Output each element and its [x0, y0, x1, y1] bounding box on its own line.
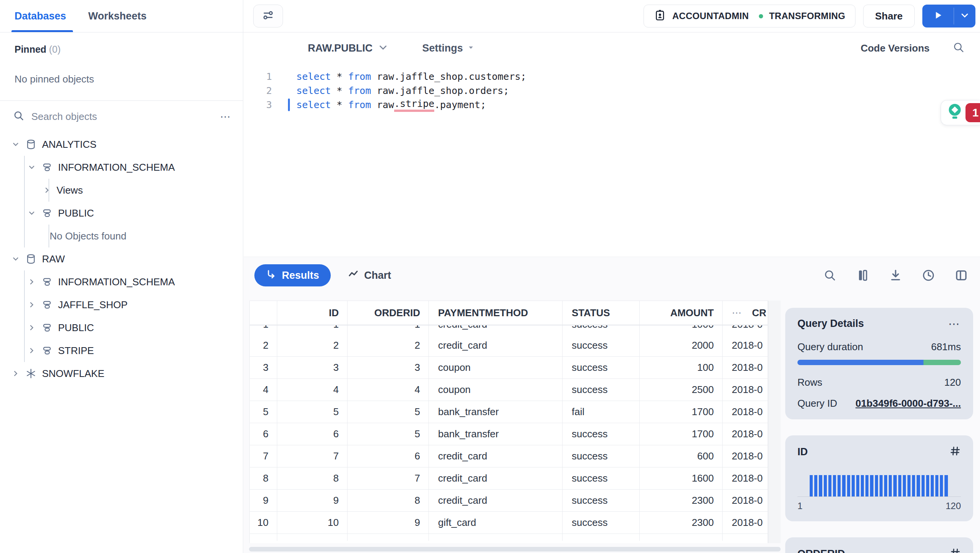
search-options-icon[interactable]: ⋯ — [220, 110, 231, 123]
chevron-right-icon[interactable] — [27, 278, 36, 286]
tree-guide-line — [24, 156, 25, 179]
query-details-menu-icon[interactable]: ⋯ — [948, 322, 961, 326]
column-menu-icon[interactable]: ⋯ — [732, 307, 743, 319]
chevron-down-icon[interactable] — [27, 209, 36, 217]
search-input[interactable] — [31, 111, 213, 123]
table-row[interactable]: 887credit_cardsuccess16002018-0 — [250, 467, 768, 490]
table-row[interactable]: 776credit_cardsuccess6002018-0 — [250, 445, 768, 467]
results-search-icon[interactable] — [823, 268, 837, 283]
column-stats-card-id: ID 1 120 — [785, 435, 973, 521]
column-header-PAYMENTMETHOD[interactable]: PAYMENTMETHOD — [429, 301, 563, 325]
table-cell: 1700 — [640, 401, 723, 423]
chevron-right-icon[interactable] — [11, 369, 20, 378]
query-id-link[interactable]: 01b349f6-0000-d793-... — [855, 398, 961, 409]
table-row[interactable]: 333couponsuccess1002018-0 — [250, 357, 768, 379]
chevron-down-icon[interactable] — [11, 255, 20, 263]
editor-header: RAW.PUBLIC Settings Code Versions — [244, 33, 980, 60]
download-icon[interactable] — [888, 268, 903, 283]
editor-search-icon[interactable] — [953, 41, 965, 55]
table-cell: bank_transfer — [429, 423, 563, 445]
copilot-suggestion-button[interactable]: 1 — [941, 100, 980, 125]
table-cell: 10 — [277, 512, 348, 534]
chevron-right-icon[interactable] — [43, 186, 51, 194]
table-cell: 2018-0 — [723, 379, 768, 401]
table-row[interactable]: 998credit_cardsuccess23002018-0 — [250, 490, 768, 512]
tree-item-label: Views — [57, 184, 83, 196]
table-cell: 7 — [277, 445, 348, 467]
settings-label: Settings — [422, 42, 463, 54]
tab-results[interactable]: Results — [254, 264, 331, 286]
run-button[interactable] — [922, 5, 954, 27]
column-header-ID[interactable]: ID — [277, 301, 348, 325]
tab-worksheets[interactable]: Worksheets — [88, 0, 147, 32]
sql-error-token: .stripe — [394, 98, 434, 112]
histogram-bar — [870, 475, 873, 496]
numeric-column-hash-icon[interactable] — [949, 445, 961, 458]
column-header-label: PAYMENTMETHOD — [438, 307, 528, 319]
history-clock-icon[interactable] — [921, 268, 936, 283]
worksheet-filters-button[interactable] — [253, 5, 283, 27]
table-vertical-scrollbar[interactable] — [768, 301, 781, 543]
context-selector-button[interactable]: ACCOUNTADMIN TRANSFORMING — [644, 5, 855, 27]
share-button[interactable]: Share — [863, 5, 914, 27]
table-cell: bank_transfer — [429, 401, 563, 423]
columns-icon[interactable] — [855, 268, 870, 283]
numeric-column-hash-icon[interactable] — [949, 547, 961, 553]
chevron-right-icon[interactable] — [27, 301, 36, 309]
table-row[interactable]: 555bank_transferfail17002018-0 — [250, 401, 768, 423]
tree-item-label: RAW — [42, 253, 65, 265]
tree-item-snowflake[interactable]: SNOWFLAKE — [0, 362, 243, 385]
table-cell: 2018-0 — [723, 401, 768, 423]
code-line-1[interactable]: 1select * from raw.jaffle_shop.customers… — [244, 70, 980, 84]
tree-item-public[interactable]: PUBLIC — [0, 202, 243, 225]
table-row[interactable]: 10109gift_cardsuccess23002018-0 — [250, 512, 768, 534]
tab-databases[interactable]: Databases — [15, 0, 66, 32]
chevron-down-icon — [378, 42, 388, 54]
tree-item-jaffle-shop[interactable]: JAFFLE_SHOP — [0, 293, 243, 316]
tree-item-stripe[interactable]: STRIPE — [0, 339, 243, 362]
column-header-STATUS[interactable]: STATUS — [563, 301, 640, 325]
tree-item-views[interactable]: Views — [0, 179, 243, 202]
tab-chart[interactable]: Chart — [348, 268, 391, 283]
column-header-label: STATUS — [572, 307, 610, 319]
split-panel-icon[interactable] — [954, 268, 969, 283]
column-header-rownum[interactable] — [250, 301, 277, 325]
table-row[interactable]: 444couponsuccess25002018-0 — [250, 379, 768, 401]
sql-text: .payment; — [434, 99, 486, 110]
histogram-bar — [912, 475, 915, 496]
code-area[interactable]: 1select * from raw.jaffle_shop.customers… — [244, 70, 980, 112]
database-context-dropdown[interactable]: RAW.PUBLIC — [308, 42, 388, 54]
run-options-button[interactable] — [954, 5, 975, 27]
column-header-AMOUNT[interactable]: AMOUNT — [640, 301, 723, 325]
results-pane: Results Chart — [244, 257, 980, 553]
column-header-ORDERID[interactable]: ORDERID — [348, 301, 429, 325]
table-row[interactable]: 111credit_cardsuccess10002018-0 — [250, 325, 768, 335]
table-row[interactable]: 222credit_cardsuccess20002018-0 — [250, 335, 768, 357]
table-horizontal-scrollbar[interactable] — [249, 547, 781, 551]
chevron-down-icon[interactable] — [11, 140, 20, 149]
tree-item-analytics[interactable]: ANALYTICS — [0, 133, 243, 156]
id-histogram[interactable] — [810, 464, 961, 496]
settings-dropdown[interactable]: Settings — [422, 42, 475, 54]
chevron-right-icon[interactable] — [27, 323, 36, 332]
tree-item-public[interactable]: PUBLIC — [0, 316, 243, 339]
id-panel-title: ID — [797, 446, 808, 458]
table-row[interactable]: 665bank_transfersuccess17002018-0 — [250, 423, 768, 445]
rows-label: Rows — [797, 377, 822, 388]
chevron-down-icon[interactable] — [27, 163, 36, 171]
code-versions-link[interactable]: Code Versions — [860, 42, 930, 54]
query-side-panel: Query Details ⋯ Query duration 681ms Row… — [785, 308, 973, 553]
sql-keyword: select — [296, 71, 331, 82]
tree-item-information-schema[interactable]: INFORMATION_SCHEMA — [0, 270, 243, 293]
table-cell: coupon — [429, 357, 563, 379]
table-cell — [348, 534, 429, 541]
column-header-CR[interactable]: ⋯CR — [723, 301, 768, 325]
code-line-2[interactable]: 2select * from raw.jaffle_shop.orders; — [244, 84, 980, 98]
table-cell: credit_card — [429, 467, 563, 490]
row-number: 2 — [250, 335, 277, 357]
tree-item-raw[interactable]: RAW — [0, 247, 243, 270]
chevron-right-icon[interactable] — [27, 346, 36, 355]
row-number: 6 — [250, 423, 277, 445]
tree-item-information-schema[interactable]: INFORMATION_SCHEMA — [0, 156, 243, 179]
code-line-3[interactable]: 3select * from raw.stripe.payment; — [244, 98, 980, 112]
